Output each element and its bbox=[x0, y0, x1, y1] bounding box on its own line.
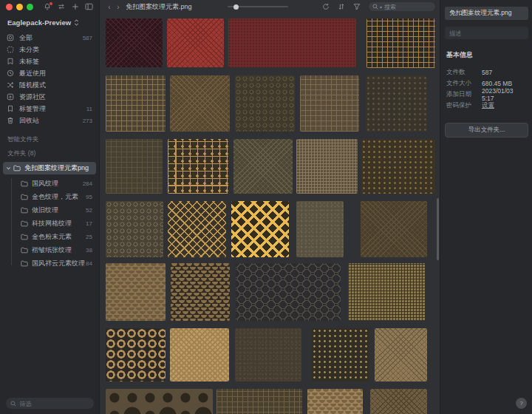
folder-label: 国风祥云元素纹理 bbox=[32, 259, 85, 268]
grid-thumbnail[interactable] bbox=[106, 389, 213, 414]
grid-thumbnail[interactable] bbox=[235, 75, 295, 132]
vertical-scrollbar[interactable] bbox=[437, 198, 439, 260]
folder-label: 国风纹理 bbox=[32, 179, 58, 189]
grid-thumbnail[interactable] bbox=[106, 263, 166, 321]
sidebar-subfolder[interactable]: 金色纹理，元素 95 bbox=[0, 190, 99, 203]
grid-thumbnail[interactable] bbox=[168, 139, 228, 194]
grid-thumbnail[interactable] bbox=[361, 139, 435, 194]
sidebar-filter-box[interactable] bbox=[6, 398, 94, 409]
nav-count: 587 bbox=[83, 35, 92, 41]
chevron-down-icon[interactable] bbox=[6, 166, 11, 171]
sidebar-folder-selected[interactable]: 免扣图案纹理元素png bbox=[3, 162, 96, 174]
password-settings-link[interactable]: 设置 bbox=[482, 101, 494, 110]
grid-thumbnail[interactable] bbox=[106, 139, 163, 194]
nav-label: 资源社区 bbox=[19, 92, 46, 102]
clock-icon bbox=[7, 69, 14, 77]
sidebar-toggle-icon[interactable] bbox=[85, 3, 93, 11]
inspector-panel: 基本信息 文件数 587 文件大小 680.45 MB 添加日期 2023/01… bbox=[440, 0, 532, 414]
nav-label: 最近使用 bbox=[19, 69, 46, 78]
sidebar-subfolder[interactable]: 金色粉末元素 25 bbox=[0, 230, 99, 243]
folder-label: 金色粉末元素 bbox=[32, 232, 72, 242]
grid-thumbnail[interactable] bbox=[170, 328, 229, 381]
export-folder-button[interactable]: 导出文件夹... bbox=[445, 123, 528, 138]
zoom-button[interactable] bbox=[27, 4, 33, 10]
grid-thumbnail[interactable] bbox=[361, 201, 427, 257]
file-count-value: 587 bbox=[482, 69, 492, 76]
sidebar-subfolder[interactable]: 做旧纹理 52 bbox=[0, 203, 99, 217]
smart-folders-header[interactable]: 智能文件夹 bbox=[0, 135, 99, 144]
grid-thumbnail[interactable] bbox=[168, 201, 226, 257]
help-button[interactable]: ? bbox=[516, 398, 527, 409]
grid-thumbnail[interactable] bbox=[171, 263, 230, 321]
tag-icon bbox=[7, 105, 14, 112]
thumbnail-grid bbox=[100, 0, 440, 414]
library-selector[interactable]: Eaglepack-Preview bbox=[0, 16, 99, 29]
grid-thumbnail[interactable] bbox=[307, 389, 363, 414]
grid-thumbnail[interactable] bbox=[228, 18, 356, 67]
grid-thumbnail[interactable] bbox=[296, 201, 344, 257]
file-size-value: 680.45 MB bbox=[482, 80, 512, 87]
grid-thumbnail[interactable] bbox=[348, 263, 426, 321]
trash-icon bbox=[7, 117, 14, 124]
grid-thumbnail[interactable] bbox=[300, 75, 359, 132]
folder-icon bbox=[21, 194, 28, 200]
grid-thumbnail[interactable] bbox=[235, 328, 301, 381]
add-icon[interactable] bbox=[71, 3, 79, 11]
sidebar-filter-input[interactable] bbox=[19, 400, 86, 407]
folder-icon bbox=[21, 207, 28, 214]
grid-thumbnail[interactable] bbox=[233, 139, 293, 194]
nav-label: 未分类 bbox=[19, 45, 39, 55]
folder-label: 免扣图案纹理元素png bbox=[24, 163, 89, 173]
folders-header[interactable]: 文件夹 (8) bbox=[0, 149, 99, 158]
folder-icon bbox=[21, 247, 28, 254]
minimize-button[interactable] bbox=[16, 4, 23, 10]
notifications-bell-icon[interactable] bbox=[43, 3, 51, 11]
grid-thumbnail[interactable] bbox=[106, 201, 163, 257]
sidebar-item-trash[interactable]: 回收站 273 bbox=[0, 115, 99, 126]
folder-description-input[interactable] bbox=[445, 27, 528, 39]
info-rows: 文件数 587 文件大小 680.45 MB 添加日期 2023/01/03 5… bbox=[445, 67, 528, 111]
sidebar-item-untagged[interactable]: 未标签 bbox=[0, 55, 99, 67]
close-button[interactable] bbox=[6, 4, 13, 10]
grid-thumbnail[interactable] bbox=[167, 18, 224, 67]
folder-title-input[interactable] bbox=[445, 7, 528, 20]
date-added-value: 2023/01/03 5:17 bbox=[482, 87, 526, 102]
uncategorized-icon bbox=[7, 46, 14, 53]
grid-thumbnail[interactable] bbox=[366, 75, 427, 132]
sidebar-item-all[interactable]: 全部 587 bbox=[0, 32, 99, 44]
sidebar-subfolder[interactable]: 国风纹理 284 bbox=[0, 177, 99, 190]
folder-icon bbox=[21, 220, 28, 227]
grid-thumbnail[interactable] bbox=[370, 389, 427, 414]
folder-icon bbox=[13, 165, 21, 172]
grid-thumbnail[interactable] bbox=[106, 328, 166, 381]
search-icon bbox=[10, 401, 16, 407]
sync-arrows-icon[interactable] bbox=[57, 3, 65, 11]
eagle-app-window: Eaglepack-Preview 全部 587 未分类 未标签 最近使用 bbox=[0, 0, 532, 414]
sidebar-item-tags[interactable]: 标签管理 11 bbox=[0, 103, 99, 115]
grid-thumbnail[interactable] bbox=[375, 328, 427, 381]
grid-thumbnail[interactable] bbox=[106, 75, 166, 132]
folder-icon bbox=[21, 234, 28, 240]
chevron-updown-icon bbox=[74, 19, 79, 26]
library-name: Eaglepack-Preview bbox=[7, 18, 71, 27]
grid-thumbnail[interactable] bbox=[231, 201, 289, 257]
sidebar-item-recent[interactable]: 最近使用 bbox=[0, 67, 99, 79]
sidebar-subfolder[interactable]: 国风祥云元素纹理 84 bbox=[0, 257, 99, 270]
sidebar-item-community[interactable]: 资源社区 bbox=[0, 91, 99, 103]
grid-thumbnail[interactable] bbox=[236, 263, 341, 321]
folder-label: 做旧纹理 bbox=[32, 206, 58, 215]
grid-thumbnail[interactable] bbox=[312, 328, 369, 381]
all-items-icon bbox=[7, 34, 14, 41]
grid-thumbnail[interactable] bbox=[216, 389, 302, 414]
sidebar-item-random[interactable]: 随机模式 bbox=[0, 79, 99, 91]
shuffle-icon bbox=[7, 81, 14, 89]
sidebar-item-uncategorized[interactable]: 未分类 bbox=[0, 44, 99, 55]
sidebar-subfolder[interactable]: 褶皱纸张纹理 38 bbox=[0, 243, 99, 257]
grid-thumbnail[interactable] bbox=[106, 18, 163, 67]
grid-thumbnail[interactable] bbox=[170, 75, 230, 132]
nav-label: 全部 bbox=[19, 33, 33, 43]
grid-thumbnail[interactable] bbox=[366, 18, 435, 68]
sidebar-subfolder[interactable]: 科技网格纹理 17 bbox=[0, 217, 99, 230]
grid-thumbnail[interactable] bbox=[296, 139, 358, 194]
nav-label: 随机模式 bbox=[19, 81, 46, 90]
